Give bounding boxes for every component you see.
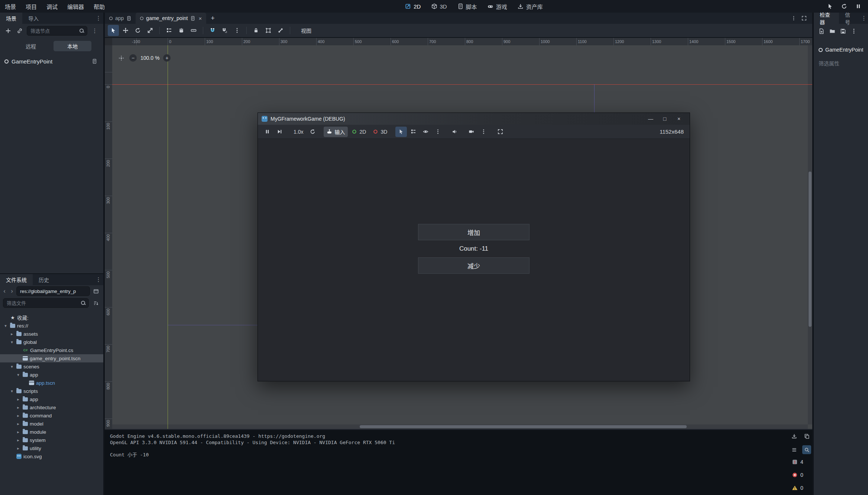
scene-tab-game_entry_point[interactable]: game_entry_point×	[136, 13, 206, 24]
debug-count-badge[interactable]: 4	[792, 459, 803, 465]
tool-ruler-mode[interactable]	[188, 25, 199, 36]
minimize-button[interactable]: —	[644, 113, 658, 125]
scene-tab-app[interactable]: app	[105, 13, 136, 24]
decrease-button[interactable]: 减少	[418, 257, 529, 274]
workspace-script[interactable]: 脚本	[453, 1, 482, 11]
workspace-3d[interactable]: 3D	[427, 1, 451, 11]
game-speed-button[interactable]: 1.0x	[291, 127, 306, 137]
collapse-arrow-icon[interactable]: ▾	[9, 340, 14, 345]
reload-button[interactable]	[840, 2, 849, 11]
new-scene-tab-button[interactable]: +	[206, 13, 219, 24]
scene-tree-root-node[interactable]: GameEntryPoint	[0, 56, 103, 67]
tool-select[interactable]	[108, 25, 119, 36]
remote-button[interactable]: 远程	[12, 41, 50, 51]
path-input[interactable]	[16, 286, 90, 296]
vertical-scrollbar[interactable]	[808, 45, 812, 424]
local-button[interactable]: 本地	[54, 41, 91, 51]
game-mode-3d-button[interactable]: 3D	[370, 127, 390, 137]
search-log-button[interactable]	[802, 445, 811, 454]
fs-item-res[interactable]: ▾res://	[0, 322, 103, 330]
inspector-menu-icon[interactable]: ⋮	[860, 13, 868, 24]
close-button[interactable]: ×	[672, 113, 686, 125]
error-count-badge[interactable]: 0	[792, 472, 803, 478]
fs-item-app.tscn[interactable]: app.tscn	[0, 379, 103, 387]
menu-project[interactable]: 项目	[21, 0, 42, 13]
history-forward-icon[interactable]: ›	[9, 287, 15, 295]
fs-item-module[interactable]: ▸module	[0, 428, 103, 436]
tool-snap-options[interactable]	[231, 25, 243, 36]
fs-item-model[interactable]: ▸model	[0, 420, 103, 428]
resource-options-button[interactable]	[851, 28, 857, 34]
add-node-button[interactable]	[4, 26, 13, 35]
game-next-frame-button[interactable]	[274, 127, 285, 137]
tab-import[interactable]: 导入	[22, 13, 45, 24]
expand-viewport-icon[interactable]	[799, 13, 809, 24]
fs-item-[interactable]: ★收藏:	[0, 313, 103, 322]
close-tab-icon[interactable]: ×	[198, 15, 202, 22]
attached-script-icon[interactable]	[90, 57, 99, 66]
increase-button[interactable]: 增加	[418, 224, 529, 240]
load-resource-button[interactable]	[829, 28, 835, 34]
collapse-arrow-icon[interactable]: ▾	[3, 323, 8, 328]
expand-arrow-icon[interactable]: ▸	[16, 413, 21, 418]
tool-smart-snap[interactable]	[207, 25, 218, 36]
fs-item-gameentrypoint.tscn[interactable]: game_entry_point.tscn	[0, 354, 103, 362]
expand-arrow-icon[interactable]: ▸	[9, 332, 14, 336]
fs-item-architecture[interactable]: ▸architecture	[0, 403, 103, 411]
fs-item-utility[interactable]: ▸utility	[0, 444, 103, 452]
tab-filesystem[interactable]: 文件系统	[0, 274, 33, 285]
save-resource-button[interactable]	[840, 28, 846, 34]
tool-group[interactable]	[263, 25, 274, 36]
instance-scene-button[interactable]	[15, 26, 24, 35]
game-embed-fullscreen-button[interactable]	[495, 127, 506, 137]
viewport-2d[interactable]: -100010020030040050060070080090010001100…	[105, 38, 812, 429]
game-pause-button[interactable]	[262, 127, 273, 137]
expand-arrow-icon[interactable]: ▸	[16, 397, 21, 402]
collapse-arrow-icon[interactable]: ▾	[16, 372, 21, 377]
tool-rotate[interactable]	[132, 25, 143, 36]
expand-arrow-icon[interactable]: ▸	[16, 438, 21, 443]
game-hierarchy-button[interactable]	[408, 127, 419, 137]
tool-grid-snap[interactable]	[219, 25, 230, 36]
copy-log-button[interactable]	[802, 432, 811, 440]
game-mute-button[interactable]	[449, 127, 460, 137]
game-mode-2d-button[interactable]: 2D	[349, 127, 369, 137]
tool-move[interactable]	[120, 25, 131, 36]
fs-item-global[interactable]: ▾global	[0, 338, 103, 346]
menu-help[interactable]: 帮助	[89, 0, 110, 13]
tab-scene[interactable]: 场景	[0, 13, 22, 24]
split-view-icon[interactable]	[91, 287, 100, 296]
expand-arrow-icon[interactable]: ▸	[16, 421, 21, 426]
line-wrap-button[interactable]	[790, 445, 799, 454]
history-back-icon[interactable]: ‹	[1, 287, 7, 295]
inspector-node-row[interactable]: GameEntryPoint...	[814, 45, 868, 55]
expand-arrow-icon[interactable]: ▸	[16, 430, 21, 434]
fs-item-system[interactable]: ▸system	[0, 436, 103, 444]
scene-dock-menu-icon[interactable]: ⋮	[94, 13, 103, 24]
horizontal-scrollbar[interactable]	[112, 424, 808, 429]
collapse-arrow-icon[interactable]: ▾	[9, 364, 14, 369]
tool-scale[interactable]	[145, 25, 156, 36]
pick-button[interactable]	[826, 2, 835, 11]
tool-pan[interactable]	[176, 25, 187, 36]
filter-files-input[interactable]	[3, 298, 89, 308]
fs-item-scenes[interactable]: ▾scenes	[0, 362, 103, 371]
filter-properties-input[interactable]: 筛选属性	[814, 59, 868, 68]
canvas[interactable]: − 100.0 % + MyGFrameworkGame (DEBUG) — □…	[112, 45, 812, 429]
workspace-assets[interactable]: 资产库	[513, 1, 547, 11]
pause-button[interactable]	[854, 2, 863, 11]
center-view-icon[interactable]	[117, 53, 126, 62]
tab-history[interactable]: 历史	[33, 274, 55, 285]
game-input-mode-button[interactable]: 输入	[324, 127, 348, 137]
fs-item-app[interactable]: ▾app	[0, 371, 103, 379]
expand-arrow-icon[interactable]: ▸	[16, 446, 21, 451]
tab-signals[interactable]: 信号	[839, 13, 860, 24]
workspace-game[interactable]: 游戏	[483, 1, 512, 11]
collapse-arrow-icon[interactable]: ▾	[9, 389, 14, 394]
fs-item-app[interactable]: ▸app	[0, 395, 103, 403]
fs-item-gameentrypoint.cs[interactable]: C#GameEntryPoint.cs	[0, 346, 103, 354]
sort-files-icon[interactable]	[91, 299, 100, 307]
game-window[interactable]: MyGFrameworkGame (DEBUG) — □ × 1.0x输入2D3…	[258, 113, 690, 381]
menu-editor[interactable]: 编辑器	[62, 0, 89, 13]
tool-skeleton[interactable]	[275, 25, 286, 36]
